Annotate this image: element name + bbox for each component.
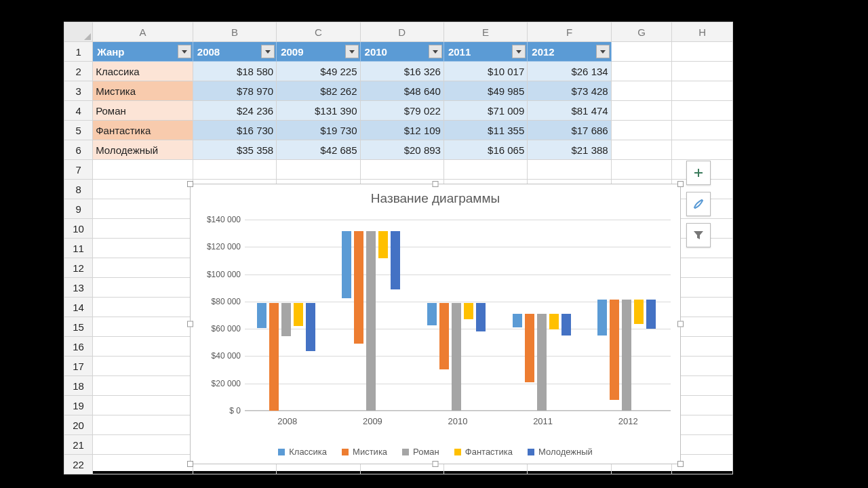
genre-cell[interactable]: Мистика <box>93 81 193 101</box>
value-cell[interactable]: $20 893 <box>360 140 443 160</box>
table-header-cell[interactable]: 2010 <box>360 42 443 62</box>
row-header[interactable]: 11 <box>64 239 93 258</box>
col-header[interactable]: E <box>443 22 527 42</box>
value-cell[interactable]: $82 262 <box>277 81 360 101</box>
table-header-cell[interactable]: 2009 <box>277 42 360 62</box>
bar[interactable] <box>354 231 363 344</box>
bar[interactable] <box>366 231 376 411</box>
legend-item[interactable]: Молодежный <box>528 447 593 457</box>
value-cell[interactable]: $26 134 <box>528 62 611 81</box>
row-header[interactable]: 21 <box>64 435 93 455</box>
chart-plot-area[interactable]: $ 0$20 000$40 000$60 000$80 000$100 000$… <box>245 220 671 411</box>
row-header[interactable]: 10 <box>64 219 93 239</box>
bar[interactable] <box>597 300 607 336</box>
bar[interactable] <box>452 303 461 411</box>
resize-handle[interactable] <box>677 461 684 467</box>
bar[interactable] <box>646 300 656 329</box>
row-header[interactable]: 18 <box>64 376 93 396</box>
filter-dropdown-icon[interactable] <box>512 45 526 58</box>
row-header[interactable]: 15 <box>64 317 93 337</box>
value-cell[interactable]: $16 326 <box>360 62 443 81</box>
value-cell[interactable]: $49 985 <box>443 81 527 101</box>
chart-title[interactable]: Название диаграммы <box>191 184 680 206</box>
value-cell[interactable]: $48 640 <box>360 81 443 101</box>
bar[interactable] <box>464 303 473 319</box>
bar[interactable] <box>525 314 534 382</box>
col-header[interactable]: F <box>528 22 611 42</box>
col-header[interactable]: H <box>672 22 733 42</box>
value-cell[interactable]: $16 065 <box>443 140 527 160</box>
row-header[interactable]: 4 <box>64 101 93 121</box>
row-header[interactable]: 6 <box>64 140 93 160</box>
table-header-cell[interactable]: Жанр <box>93 42 193 62</box>
row-header[interactable]: 17 <box>64 357 93 376</box>
resize-handle[interactable] <box>433 181 439 187</box>
value-cell[interactable]: $73 428 <box>528 81 611 101</box>
bar[interactable] <box>513 314 522 327</box>
filter-dropdown-icon[interactable] <box>596 45 610 58</box>
resize-handle[interactable] <box>187 461 193 467</box>
genre-cell[interactable]: Фантастика <box>93 121 193 140</box>
row-header[interactable]: 9 <box>64 199 93 219</box>
bar[interactable] <box>269 303 279 411</box>
legend-item[interactable]: Фантастика <box>454 447 513 457</box>
bar[interactable] <box>294 303 303 326</box>
bar[interactable] <box>622 300 631 411</box>
value-cell[interactable]: $131 390 <box>277 101 360 121</box>
value-cell[interactable]: $49 225 <box>277 62 360 81</box>
legend-item[interactable]: Классика <box>278 447 327 457</box>
value-cell[interactable]: $12 109 <box>360 121 443 140</box>
bar[interactable] <box>610 300 619 400</box>
table-row[interactable]: 2 Классика $18 580 $49 225 $16 326 $10 0… <box>64 62 733 81</box>
value-cell[interactable]: $21 388 <box>528 140 611 160</box>
col-header[interactable]: D <box>360 22 443 42</box>
row-header[interactable]: 14 <box>64 298 93 317</box>
filter-dropdown-icon[interactable] <box>261 45 275 58</box>
value-cell[interactable]: $17 686 <box>528 121 611 140</box>
row-header[interactable]: 8 <box>64 180 93 199</box>
table-header-cell[interactable]: 2012 <box>528 42 611 62</box>
filter-dropdown-icon[interactable] <box>178 45 191 58</box>
value-cell[interactable]: $16 730 <box>193 121 276 140</box>
bar[interactable] <box>257 303 267 328</box>
bar[interactable] <box>281 303 291 336</box>
bar[interactable] <box>391 231 400 289</box>
table-header-cell[interactable]: 2011 <box>443 42 527 62</box>
genre-cell[interactable]: Классика <box>93 62 193 81</box>
resize-handle[interactable] <box>187 321 193 327</box>
genre-cell[interactable]: Роман <box>93 101 193 121</box>
row-header[interactable]: 12 <box>64 258 93 278</box>
chart-filter-button[interactable] <box>686 223 711 247</box>
embedded-chart[interactable]: Название диаграммы $ 0$20 000$40 000$60 … <box>190 184 681 464</box>
value-cell[interactable]: $19 730 <box>277 121 360 140</box>
value-cell[interactable]: $78 970 <box>193 81 276 101</box>
bar[interactable] <box>549 314 559 329</box>
row-header[interactable]: 7 <box>64 160 93 180</box>
chart-legend[interactable]: КлассикаМистикаРоманФантастикаМолодежный <box>191 447 680 457</box>
genre-cell[interactable]: Молодежный <box>93 140 193 160</box>
table-row[interactable]: 3 Мистика $78 970 $82 262 $48 640 $49 98… <box>64 81 733 101</box>
table-row[interactable]: 1 Жанр 2008 2009 2010 2011 2012 <box>64 42 733 62</box>
filter-dropdown-icon[interactable] <box>429 45 442 58</box>
chart-add-element-button[interactable] <box>686 161 711 185</box>
resize-handle[interactable] <box>433 461 439 467</box>
value-cell[interactable]: $10 017 <box>443 62 527 81</box>
row-header[interactable]: 5 <box>64 121 93 140</box>
row-header[interactable]: 20 <box>64 415 93 435</box>
value-cell[interactable]: $71 009 <box>443 101 527 121</box>
value-cell[interactable]: $79 022 <box>360 101 443 121</box>
col-header[interactable]: C <box>277 22 360 42</box>
value-cell[interactable]: $11 355 <box>443 121 527 140</box>
bar[interactable] <box>634 300 644 324</box>
legend-item[interactable]: Мистика <box>342 447 387 457</box>
table-row[interactable]: 5 Фантастика $16 730 $19 730 $12 109 $11… <box>64 121 733 140</box>
table-row[interactable]: 4 Роман $24 236 $131 390 $79 022 $71 009… <box>64 101 733 121</box>
resize-handle[interactable] <box>677 321 684 327</box>
filter-dropdown-icon[interactable] <box>345 45 359 58</box>
bar[interactable] <box>378 231 388 258</box>
value-cell[interactable]: $42 685 <box>277 140 360 160</box>
bar[interactable] <box>342 231 351 298</box>
bar[interactable] <box>306 303 315 351</box>
bar[interactable] <box>561 314 571 336</box>
value-cell[interactable]: $81 474 <box>528 101 611 121</box>
